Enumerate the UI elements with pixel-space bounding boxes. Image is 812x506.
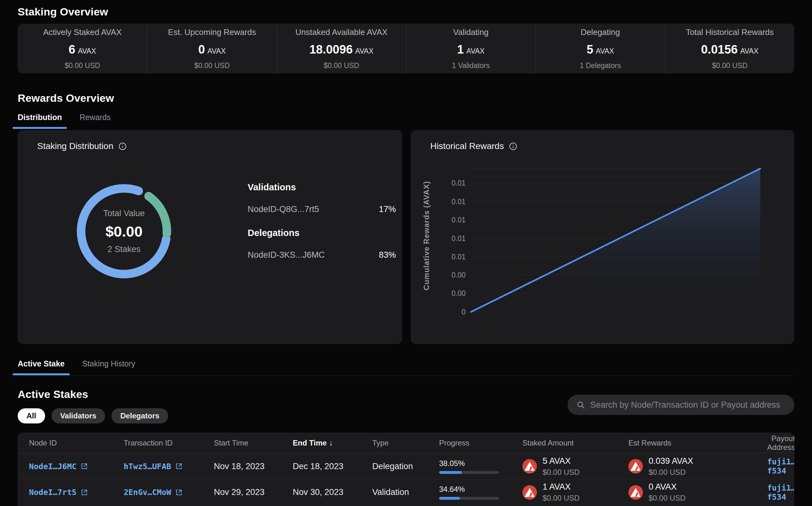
stat-value: 1 — [457, 43, 464, 56]
stat-delegating: Delegating 5AVAX 1 Delegators — [535, 24, 665, 73]
stat-unit: AVAX — [466, 47, 484, 55]
stake-search[interactable] — [567, 395, 794, 415]
y-tick: 0.00 — [452, 289, 466, 298]
transaction-id-text: 2EnGv…CMoW — [124, 488, 171, 497]
tab-distribution[interactable]: Distribution — [18, 113, 62, 129]
stat-sub: $0.00 USD — [668, 62, 792, 70]
staking-overview-title: Staking Overview — [18, 6, 108, 18]
validations-heading: Validations — [248, 182, 396, 192]
active-stakes-title: Active Stakes — [18, 388, 88, 401]
progress-percent: 38.05% — [439, 459, 522, 468]
end-time: Dec 18, 2023 — [293, 461, 372, 471]
col-progress[interactable]: Progress — [439, 439, 522, 447]
stat-historical-rewards: Total Historical Rewards 0.0156AVAX $0.0… — [665, 24, 794, 73]
stat-actively-staked: Actively Staked AVAX 6AVAX $0.00 USD — [18, 24, 147, 73]
external-link-icon — [80, 462, 88, 470]
avalanche-logo-icon — [522, 459, 537, 474]
payout-address-link[interactable]: fuji1…f534 — [767, 483, 794, 502]
node-id-text: NodeI…J6MC — [29, 462, 77, 471]
stat-label: Actively Staked AVAX — [20, 27, 144, 37]
active-tab-underline — [13, 127, 67, 129]
col-transaction-id[interactable]: Transaction ID — [124, 439, 214, 447]
col-end-time-sorted[interactable]: End Time↓ — [293, 439, 372, 447]
node-id-text: NodeI…7rt5 — [29, 488, 77, 497]
rewards-overview-title: Rewards Overview — [18, 92, 114, 104]
payout-address-text: fuji1…f534 — [767, 483, 794, 502]
external-link-icon — [175, 462, 183, 470]
sort-desc-icon: ↓ — [329, 439, 333, 447]
stat-sub: $0.00 USD — [279, 62, 403, 70]
filter-validators[interactable]: Validators — [52, 408, 106, 423]
rewards-avax: 0.039 AVAX — [649, 456, 693, 466]
transaction-id-link[interactable]: 2EnGv…CMoW — [124, 488, 214, 497]
rewards-overview-tabs: Distribution Rewards — [18, 113, 111, 129]
est-rewards: 0 AVAX $0.00 USD — [628, 482, 767, 503]
node-id-link[interactable]: NodeI…7rt5 — [29, 488, 124, 497]
filter-delegators[interactable]: Delegators — [111, 408, 168, 423]
validation-percent: 17% — [379, 204, 396, 214]
tab-label: Rewards — [79, 113, 111, 121]
staking-overview-stats-bar: Actively Staked AVAX 6AVAX $0.00 USD Est… — [18, 24, 794, 73]
payout-address-link[interactable]: fuji1…f534 — [767, 457, 794, 476]
external-link-icon — [80, 489, 88, 496]
delegation-node-id: NodeID-3KS...J6MC — [248, 250, 325, 260]
y-tick: 0.01 — [452, 253, 466, 261]
col-type[interactable]: Type — [372, 439, 439, 447]
tab-active-stake[interactable]: Active Stake — [18, 359, 65, 375]
stat-sub: $0.00 USD — [150, 62, 274, 70]
total-value-amount: $0.00 — [106, 223, 143, 240]
col-est-rewards[interactable]: Est Rewards — [628, 439, 767, 447]
stake-type: Validation — [372, 487, 439, 497]
progress-bar — [439, 471, 499, 474]
node-id-link[interactable]: NodeI…J6MC — [29, 462, 124, 471]
info-icon[interactable] — [118, 142, 127, 151]
tab-label: Distribution — [18, 113, 62, 121]
stat-unit: AVAX — [596, 47, 614, 55]
staked-amount: 1 AVAX $0.00 USD — [522, 482, 628, 503]
stat-validating: Validating 1AVAX 1 Validators — [406, 24, 535, 73]
avalanche-logo-icon — [628, 485, 643, 500]
stat-label: Total Historical Rewards — [668, 27, 792, 37]
stake-type: Delegation — [372, 461, 439, 471]
staked-amount: 5 AVAX $0.00 USD — [522, 456, 628, 477]
stat-label: Delegating — [538, 27, 662, 37]
stat-sub: 1 Validators — [409, 62, 533, 70]
stakes-count: 2 Stakes — [107, 245, 140, 254]
col-staked-amount[interactable]: Staked Amount — [522, 439, 628, 447]
stake-filters: All Validators Delegators — [18, 408, 168, 423]
avalanche-logo-icon — [522, 485, 537, 500]
stat-label: Est. Upcoming Rewards — [150, 27, 274, 37]
tab-label: Active Stake — [18, 359, 65, 368]
filter-all[interactable]: All — [18, 408, 45, 423]
stat-label: Unstaked Available AVAX — [279, 27, 403, 37]
amount-usd: $0.00 USD — [543, 468, 580, 477]
stat-label: Validating — [409, 27, 533, 37]
col-payout-address[interactable]: Payout Address — [767, 434, 794, 452]
historical-rewards-card: Historical Rewards — [411, 130, 794, 344]
stat-unit: AVAX — [78, 47, 96, 55]
amount-usd: $0.00 USD — [543, 494, 580, 503]
table-row: NodeI…7rt5 2EnGv…CMoW Nov 29, 2023 Nov 3… — [18, 479, 794, 505]
validations-legend: Validations NodeID-Q8G...7rt5 17% — [248, 182, 396, 214]
active-tab-underline — [13, 373, 70, 375]
start-time: Nov 18, 2023 — [214, 461, 293, 471]
historical-rewards-line-chart[interactable]: 0.01 0.01 0.01 0.01 0.01 0.00 0.00 0 Nov… — [411, 130, 794, 344]
y-tick: 0.01 — [452, 216, 466, 224]
tab-rewards[interactable]: Rewards — [79, 113, 111, 129]
stat-upcoming-rewards: Est. Upcoming Rewards 0AVAX $0.00 USD — [147, 24, 276, 73]
delegations-legend: Delegations NodeID-3KS...J6MC 83% — [248, 228, 396, 260]
validation-node-id: NodeID-Q8G...7rt5 — [248, 204, 319, 214]
est-rewards: 0.039 AVAX $0.00 USD — [628, 456, 767, 477]
avalanche-logo-icon — [628, 459, 643, 474]
progress-indicator: 38.05% — [439, 459, 522, 474]
transaction-id-link[interactable]: hTwz5…UFAB — [124, 462, 214, 471]
tab-staking-history[interactable]: Staking History — [82, 359, 135, 375]
amount-avax: 1 AVAX — [543, 482, 580, 492]
rewards-usd: $0.00 USD — [649, 468, 693, 477]
col-start-time[interactable]: Start Time — [214, 439, 293, 447]
col-node-id[interactable]: Node ID — [29, 439, 124, 447]
search-input[interactable] — [590, 400, 786, 410]
tabs-divider — [18, 375, 794, 376]
amount-avax: 5 AVAX — [543, 456, 580, 466]
y-tick: 0.01 — [452, 234, 466, 243]
